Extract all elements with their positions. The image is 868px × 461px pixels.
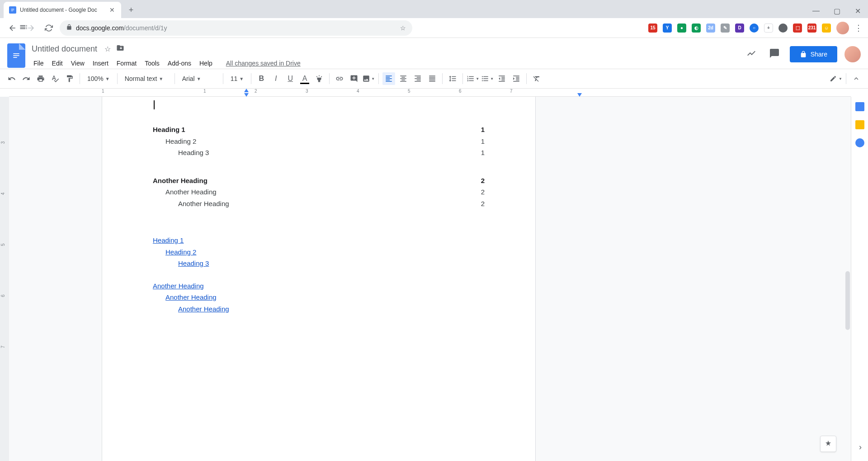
explore-button[interactable] xyxy=(820,436,836,452)
toc-entry[interactable]: Another Heading2 xyxy=(153,198,485,210)
close-window-button[interactable]: ✕ xyxy=(847,4,868,18)
toc-entry[interactable]: Heading 21 xyxy=(153,136,485,147)
extension-icon[interactable]: Y xyxy=(663,24,672,33)
extension-icon[interactable]: ○ xyxy=(750,24,759,33)
extension-icon[interactable]: D xyxy=(735,24,744,33)
ruler-tick: 5 xyxy=(408,89,410,94)
reload-button[interactable] xyxy=(42,21,56,35)
menu-help[interactable]: Help xyxy=(196,58,216,69)
outline-toggle-button[interactable] xyxy=(16,20,31,34)
activity-icon[interactable] xyxy=(744,46,759,63)
text-color-button[interactable]: A xyxy=(298,72,311,85)
insert-comment-button[interactable] xyxy=(348,72,360,85)
document-scroll-area[interactable]: Heading 11 Heading 21 Heading 31 Another… xyxy=(9,97,851,461)
ruler-tick: 1 xyxy=(203,89,206,94)
menu-edit[interactable]: Edit xyxy=(48,58,66,69)
toc-link[interactable]: Heading 2 xyxy=(153,246,485,258)
italic-button[interactable]: I xyxy=(269,72,282,85)
scrollbar-thumb[interactable] xyxy=(845,271,850,330)
toc-link[interactable]: Another Heading xyxy=(153,292,485,303)
style-select[interactable]: Normal text▼ xyxy=(121,73,171,84)
docs-logo-icon[interactable] xyxy=(7,43,25,68)
expand-side-panel-button[interactable]: › xyxy=(859,442,862,452)
extension-icon[interactable]: 15 xyxy=(648,24,657,33)
menu-view[interactable]: View xyxy=(67,58,88,69)
toc-entry[interactable]: Another Heading2 xyxy=(153,175,485,187)
paint-format-button[interactable] xyxy=(63,72,76,85)
extension-icon[interactable]: ✎ xyxy=(721,24,730,33)
menu-tools[interactable]: Tools xyxy=(141,58,163,69)
share-button[interactable]: Share xyxy=(790,46,837,62)
font-select[interactable]: Arial▼ xyxy=(179,73,219,84)
extension-icon[interactable]: ◐ xyxy=(692,24,701,33)
calendar-icon[interactable] xyxy=(855,102,864,111)
extension-icon[interactable]: ● xyxy=(677,24,686,33)
font-size-select[interactable]: 11▼ xyxy=(227,73,247,84)
extension-icon[interactable]: 231 xyxy=(807,24,816,33)
align-center-button[interactable] xyxy=(397,72,410,85)
line-spacing-button[interactable] xyxy=(446,72,459,85)
zoom-select[interactable]: 100%▼ xyxy=(84,73,113,84)
chrome-menu-icon[interactable]: ⋮ xyxy=(854,23,863,33)
lock-icon xyxy=(66,24,72,32)
account-avatar[interactable] xyxy=(844,46,861,62)
insert-image-button[interactable]: ▼ xyxy=(362,72,375,85)
toc-entry[interactable]: Heading 31 xyxy=(153,147,485,159)
redo-button[interactable] xyxy=(20,72,33,85)
extension-icon[interactable] xyxy=(778,24,788,33)
print-button[interactable] xyxy=(34,72,47,85)
menu-format[interactable]: Format xyxy=(113,58,140,69)
extension-icon[interactable]: 2d xyxy=(706,24,715,33)
menu-insert[interactable]: Insert xyxy=(89,58,112,69)
menu-file[interactable]: File xyxy=(30,58,47,69)
maximize-window-button[interactable]: ▢ xyxy=(826,4,847,18)
bookmark-star-icon[interactable]: ☆ xyxy=(400,24,406,32)
numbered-list-button[interactable]: ▼ xyxy=(467,72,479,85)
keep-icon[interactable] xyxy=(855,120,864,129)
toc-entry[interactable]: Heading 11 xyxy=(153,124,485,136)
editing-mode-button[interactable]: ▼ xyxy=(830,72,842,85)
move-document-icon[interactable] xyxy=(116,44,124,54)
close-tab-icon[interactable]: ✕ xyxy=(108,6,116,14)
extension-icon[interactable]: ☺ xyxy=(822,24,831,33)
extension-icon[interactable]: ⬚ xyxy=(793,24,802,33)
toc-link[interactable]: Another Heading xyxy=(153,280,485,292)
toc-link[interactable]: Heading 3 xyxy=(153,258,485,269)
insert-link-button[interactable] xyxy=(333,72,346,85)
highlight-button[interactable] xyxy=(313,72,326,85)
clear-formatting-button[interactable] xyxy=(530,72,543,85)
horizontal-ruler[interactable]: 1 1 2 3 4 5 6 7 xyxy=(9,89,851,97)
text-cursor xyxy=(154,100,155,109)
increase-indent-button[interactable] xyxy=(510,72,523,85)
undo-button[interactable] xyxy=(5,72,18,85)
toc-link[interactable]: Heading 1 xyxy=(153,235,485,246)
spellcheck-button[interactable] xyxy=(49,72,61,85)
toc-link[interactable]: Another Heading xyxy=(153,303,485,315)
underline-button[interactable]: U xyxy=(284,72,297,85)
decrease-indent-button[interactable] xyxy=(495,72,508,85)
right-indent-marker-icon[interactable] xyxy=(577,93,582,97)
address-bar[interactable]: docs.google.com/document/d/1y ☆ xyxy=(60,20,412,36)
new-tab-button[interactable]: + xyxy=(125,4,137,16)
vertical-ruler[interactable]: 3 4 5 6 7 xyxy=(0,97,9,461)
toc-entry[interactable]: Another Heading2 xyxy=(153,186,485,198)
document-title[interactable]: Untitled document xyxy=(30,43,99,55)
left-indent-marker-icon[interactable] xyxy=(244,89,249,92)
align-justify-button[interactable] xyxy=(426,72,439,85)
document-page[interactable]: Heading 11 Heading 21 Heading 31 Another… xyxy=(102,97,536,461)
bulleted-list-button[interactable]: ▼ xyxy=(481,72,494,85)
menu-addons[interactable]: Add-ons xyxy=(164,58,195,69)
comments-icon[interactable] xyxy=(766,45,783,63)
browser-tab[interactable]: Untitled document - Google Doc ✕ xyxy=(4,2,121,18)
align-left-button[interactable] xyxy=(382,72,395,85)
align-right-button[interactable] xyxy=(411,72,424,85)
collapse-toolbar-button[interactable] xyxy=(850,72,863,85)
star-document-icon[interactable]: ☆ xyxy=(104,45,111,53)
tasks-icon[interactable] xyxy=(855,138,864,147)
browser-profile-avatar[interactable] xyxy=(836,22,849,34)
extension-icon[interactable]: + xyxy=(764,24,773,33)
bold-button[interactable]: B xyxy=(255,72,268,85)
first-line-indent-marker-icon[interactable] xyxy=(244,93,249,97)
saved-status[interactable]: All changes saved in Drive xyxy=(222,58,304,69)
minimize-window-button[interactable]: — xyxy=(806,4,826,18)
